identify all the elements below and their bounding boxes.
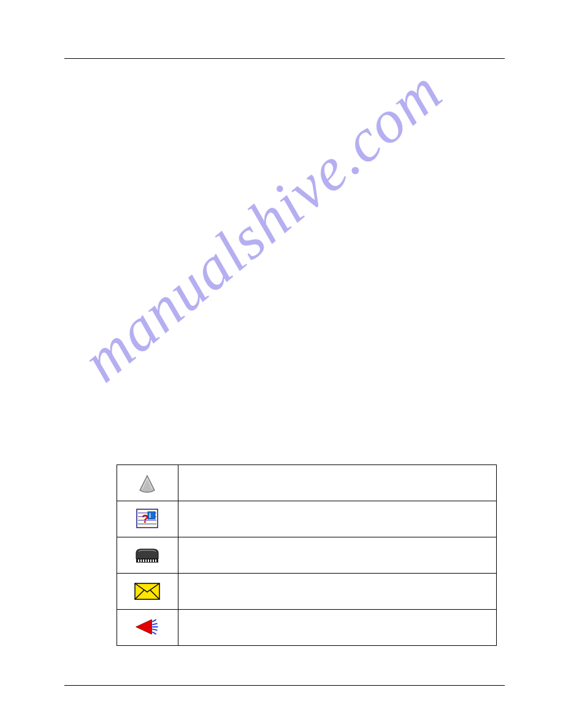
mail-icon [134,580,161,603]
svg-rect-12 [145,559,147,562]
svg-rect-8 [136,559,158,563]
svg-rect-15 [153,559,154,562]
icon-cell [117,465,178,501]
document-page: manualshive.com [0,0,563,728]
bell-icon [134,471,161,495]
icon-cell [117,574,178,610]
description-cell [178,610,496,646]
svg-rect-16 [155,559,156,562]
table-row: ? i [117,501,497,537]
description-cell [178,574,496,610]
svg-line-22 [153,632,156,634]
svg-rect-14 [150,559,151,562]
svg-rect-9 [138,559,139,562]
footer-rule [64,685,505,686]
help-note-icon: ? i [134,507,161,530]
svg-line-21 [153,629,158,631]
svg-rect-13 [148,559,149,562]
header-rule [64,58,505,59]
description-cell [178,465,496,501]
table-row [117,537,497,574]
svg-rect-11 [143,559,144,562]
table-row [117,610,497,646]
table-row [117,465,497,501]
icon-table: ? i [117,464,497,646]
icon-cell [117,610,178,646]
description-cell [178,501,496,537]
watermark-text: manualshive.com [69,42,471,396]
svg-rect-10 [140,559,142,562]
svg-line-19 [153,624,158,625]
description-cell [178,537,496,574]
svg-line-18 [153,620,156,622]
megaphone-icon [134,615,161,639]
icon-cell: ? i [117,501,178,537]
icon-cell [117,537,178,574]
table-row [117,574,497,610]
svg-text:i: i [149,512,151,519]
device-icon [134,544,161,567]
